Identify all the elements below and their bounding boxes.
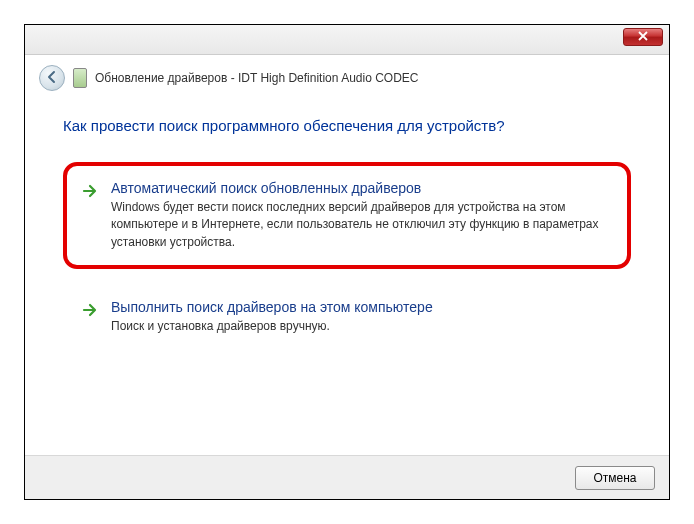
option-description: Поиск и установка драйверов вручную. [111,318,609,335]
option-body: Выполнить поиск драйверов на этом компью… [111,299,609,335]
option-description: Windows будет вести поиск последних верс… [111,199,609,251]
titlebar [25,25,669,55]
window-title: Обновление драйверов - IDT High Definiti… [95,71,419,85]
option-auto-search[interactable]: Автоматический поиск обновленных драйвер… [63,162,631,269]
footer: Отмена [25,455,669,499]
arrow-right-icon [81,301,99,319]
back-arrow-icon [45,70,59,87]
option-title: Автоматический поиск обновленных драйвер… [111,180,609,196]
content-area: Как провести поиск программного обеспече… [25,99,669,376]
option-manual-search[interactable]: Выполнить поиск драйверов на этом компью… [63,281,631,353]
header-row: Обновление драйверов - IDT High Definiti… [25,55,669,99]
close-icon [638,30,648,44]
close-button[interactable] [623,28,663,46]
page-heading: Как провести поиск программного обеспече… [63,117,631,134]
option-title: Выполнить поиск драйверов на этом компью… [111,299,609,315]
cancel-button[interactable]: Отмена [575,466,655,490]
back-button[interactable] [39,65,65,91]
device-icon [73,68,87,88]
option-body: Автоматический поиск обновленных драйвер… [111,180,609,251]
dialog-window: Обновление драйверов - IDT High Definiti… [24,24,670,500]
arrow-right-icon [81,182,99,200]
